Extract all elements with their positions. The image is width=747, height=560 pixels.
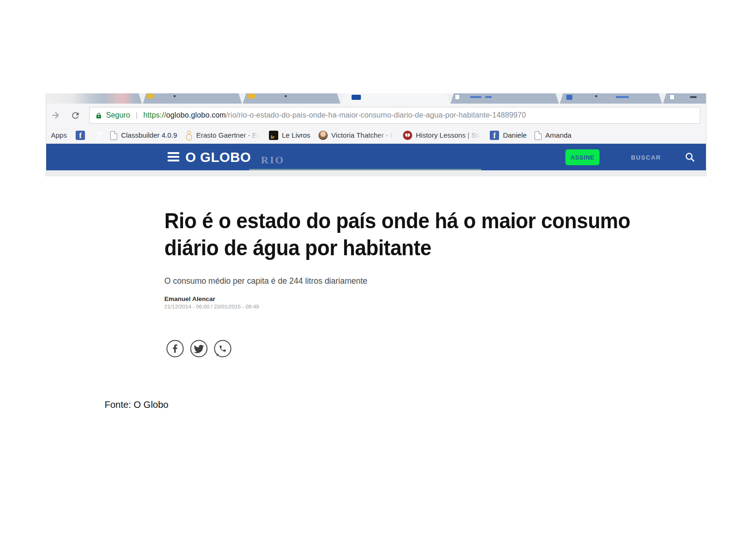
bookmark-label: Amanda bbox=[545, 131, 571, 139]
site-logo[interactable]: O GLOBO bbox=[185, 150, 251, 165]
bookmark-label: Erasto Gaertner - Ed bbox=[196, 131, 261, 139]
facebook-icon bbox=[76, 131, 85, 140]
browser-toolbar: Seguro | https://oglobo.globo.com/rio/ri… bbox=[46, 104, 706, 127]
headline-line-2: diário de água por habitante bbox=[164, 234, 630, 261]
browser-tab[interactable] bbox=[560, 93, 662, 104]
search-icon[interactable] bbox=[684, 152, 696, 163]
headline-line-1: Rio é o estado do país onde há o maior c… bbox=[164, 207, 630, 234]
instagram-icon bbox=[93, 131, 102, 140]
tab-strip bbox=[46, 93, 706, 104]
browser-tab[interactable] bbox=[663, 93, 706, 104]
bookmarks-bar: Apps Classbuilder 4.0.9Erasto Gaertner -… bbox=[46, 127, 706, 144]
omnibox-separator: | bbox=[136, 111, 138, 120]
gold-figure-icon bbox=[185, 131, 192, 140]
tab-text-mark bbox=[616, 96, 629, 98]
history-lessons-icon bbox=[403, 131, 412, 140]
bookmark-item[interactable]: Le Livros bbox=[269, 131, 310, 140]
bookmark-item[interactable]: Classbuilder 4.0.9 bbox=[110, 131, 177, 140]
publish-dates: 21/12/2014 - 06:00 / 23/01/2015 - 09:49 bbox=[164, 303, 259, 310]
tab-text-mark bbox=[595, 95, 597, 97]
forward-button[interactable] bbox=[50, 110, 61, 121]
browser-tab[interactable] bbox=[46, 93, 142, 104]
bookmark-label: Le Livros bbox=[282, 131, 310, 139]
facebook-icon bbox=[490, 131, 499, 140]
url-path: /rio/rio-o-estado-do-pais-onde-ha-maior-… bbox=[226, 111, 526, 119]
page-icon bbox=[110, 131, 117, 140]
twitter-share-icon[interactable] bbox=[190, 339, 208, 358]
bookmark-label: Victoria Thatcher - B bbox=[331, 131, 395, 139]
bookmark-item[interactable] bbox=[76, 131, 85, 140]
bookmark-label: Daniele bbox=[503, 131, 527, 139]
screenshot-canvas: Seguro | https://oglobo.globo.com/rio/ri… bbox=[0, 0, 747, 560]
avatar-icon bbox=[318, 131, 328, 140]
tab-text-mark bbox=[690, 96, 697, 98]
reload-button[interactable] bbox=[70, 110, 81, 121]
article-headline: Rio é o estado do país onde há o maior c… bbox=[164, 207, 630, 261]
tab-text-mark bbox=[174, 95, 176, 97]
bookmark-items: Classbuilder 4.0.9Erasto Gaertner - EdLe… bbox=[76, 131, 571, 140]
hamburger-icon[interactable] bbox=[168, 152, 179, 161]
bookmark-item[interactable]: Daniele bbox=[490, 131, 527, 140]
bookmark-item[interactable]: Victoria Thatcher - B bbox=[318, 131, 395, 140]
browser-tab[interactable] bbox=[243, 93, 340, 104]
yellow-folder-icon bbox=[147, 94, 154, 98]
browser-window: Seguro | https://oglobo.globo.com/rio/ri… bbox=[46, 93, 706, 176]
lelivros-icon bbox=[269, 131, 278, 140]
tab-text-mark bbox=[470, 96, 481, 98]
bookmark-item[interactable]: Amanda bbox=[535, 131, 571, 140]
search-label[interactable]: BUSCAR bbox=[631, 154, 661, 161]
bookmark-item[interactable]: History Lessons | Sta bbox=[403, 131, 482, 140]
secure-label: Seguro bbox=[106, 111, 130, 119]
apps-label[interactable]: Apps bbox=[51, 131, 67, 139]
author-name: Emanuel Alencar bbox=[164, 295, 259, 302]
bookmark-label: History Lessons | Sta bbox=[416, 131, 482, 139]
address-bar[interactable]: Seguro | https://oglobo.globo.com/rio/ri… bbox=[89, 107, 700, 124]
blue-favicon bbox=[566, 95, 572, 100]
bookmark-item[interactable] bbox=[93, 131, 102, 140]
article-subtitle: O consumo médio per capita é de 244 litr… bbox=[164, 276, 367, 286]
section-label[interactable]: RIO bbox=[261, 154, 285, 166]
browser-tab-active[interactable] bbox=[341, 93, 450, 104]
url-text: https://oglobo.globo.com/rio/rio-o-estad… bbox=[143, 111, 526, 119]
site-header: O GLOBO RIO ASSINE BUSCAR bbox=[46, 144, 706, 170]
whatsapp-share-icon[interactable] bbox=[213, 339, 232, 358]
share-buttons bbox=[166, 339, 232, 358]
page-icon bbox=[669, 94, 675, 100]
tab-text-mark bbox=[485, 96, 492, 98]
bookmark-item[interactable]: Erasto Gaertner - Ed bbox=[185, 131, 261, 140]
source-caption: Fonte: O Globo bbox=[105, 399, 169, 410]
browser-chrome: Seguro | https://oglobo.globo.com/rio/ri… bbox=[46, 93, 706, 176]
page-icon bbox=[455, 94, 460, 100]
page-gray-band bbox=[46, 170, 706, 176]
yellow-folder-icon bbox=[247, 94, 255, 98]
facebook-share-icon[interactable] bbox=[166, 339, 184, 358]
page-icon bbox=[535, 131, 542, 140]
browser-tab[interactable] bbox=[143, 93, 242, 104]
tab-text-mark bbox=[285, 95, 287, 97]
article-byline: Emanuel Alencar 21/12/2014 - 06:00 / 23/… bbox=[164, 295, 259, 310]
subscribe-button[interactable]: ASSINE bbox=[565, 149, 599, 165]
secure-lock-icon bbox=[95, 111, 102, 120]
globo-favicon bbox=[352, 95, 361, 100]
bookmark-label: Classbuilder 4.0.9 bbox=[121, 131, 177, 139]
subnav-divider bbox=[249, 169, 481, 170]
forward-arrow-icon bbox=[50, 110, 61, 120]
browser-tab[interactable] bbox=[451, 93, 559, 104]
url-domain: oglobo.globo.com bbox=[166, 111, 226, 119]
url-scheme: https:// bbox=[143, 111, 166, 119]
reload-icon bbox=[70, 111, 80, 120]
